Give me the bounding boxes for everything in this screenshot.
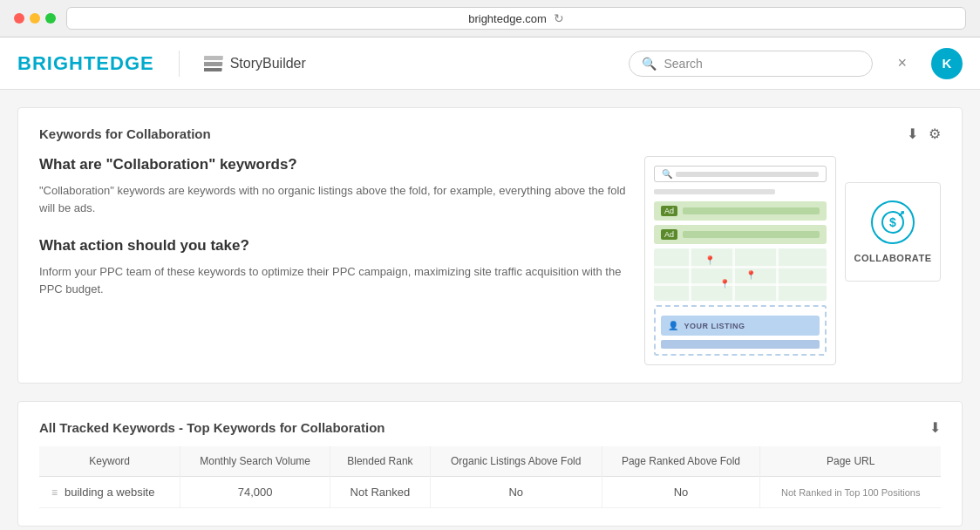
collaborate-icon: $ <box>871 200 915 244</box>
section1-text: "Collaboration" keywords are keywords wi… <box>39 182 627 216</box>
keyword-cell: ≡ building a website <box>51 486 167 499</box>
download-icon[interactable]: ⬇ <box>907 126 918 142</box>
map-pin-2: 📍 <box>745 270 756 280</box>
table-header-row: Keyword Monthly Search Volume Blended Ra… <box>39 446 941 477</box>
storybuilder-label: StoryBuilder <box>230 56 306 71</box>
listing-blue-line <box>661 340 820 349</box>
address-bar[interactable]: brightedge.com ↻ <box>66 7 966 30</box>
cell-page-url: Not Ranked in Top 100 Positions <box>760 477 941 508</box>
col-page-ranked: Page Ranked Above Fold <box>602 446 760 477</box>
explanation-layout: What are "Collaboration" keywords? "Coll… <box>39 156 941 365</box>
serp-map: 📍 📍 📍 <box>654 248 827 301</box>
section1-heading: What are "Collaboration" keywords? <box>39 156 627 173</box>
close-dot[interactable] <box>14 13 24 24</box>
cell-keyword: ≡ building a website <box>39 477 180 508</box>
cell-blended-rank: Not Ranked <box>330 477 430 508</box>
search-icon: 🔍 <box>642 57 657 71</box>
ad-line-1 <box>683 207 820 214</box>
serp-ad-1: Ad <box>654 201 827 221</box>
header-divider <box>179 51 180 77</box>
section2-heading: What action should you take? <box>39 237 627 255</box>
table-row: ≡ building a website 74,000 Not Ranked N… <box>39 477 941 508</box>
map-pin-1: 📍 <box>704 255 715 265</box>
search-bar[interactable]: 🔍 Search <box>629 51 873 77</box>
card-actions: ⬇ ⚙ <box>907 126 941 142</box>
cell-organic-listings: No <box>430 477 602 508</box>
refresh-icon[interactable]: ↻ <box>554 11 564 25</box>
browser-window-controls <box>14 13 56 24</box>
serp-mock: 🔍 Ad Ad <box>644 156 836 365</box>
col-organic-listings: Organic Listings Above Fold <box>430 446 602 477</box>
cell-page-ranked: No <box>602 477 760 508</box>
table-card: All Tracked Keywords - Top Keywords for … <box>17 401 963 527</box>
map-pin-3: 📍 <box>719 279 730 289</box>
svg-rect-0 <box>204 56 223 60</box>
collaborate-label: COLLABORATE <box>854 253 932 263</box>
cell-monthly-search: 74,000 <box>180 477 330 508</box>
url-text: brightedge.com <box>468 12 547 25</box>
your-listing-box: 👤 YOUR LISTING <box>661 316 820 336</box>
col-page-url: Page URL <box>760 446 941 477</box>
maximize-dot[interactable] <box>45 13 56 24</box>
table-card-header: All Tracked Keywords - Top Keywords for … <box>39 419 941 436</box>
svg-rect-2 <box>204 68 222 71</box>
serp-dashed-section: 👤 YOUR LISTING <box>654 305 827 356</box>
storybuilder-icon <box>204 56 223 71</box>
brand-logo: BRIGHTEDGE <box>17 52 154 75</box>
ad-label-1: Ad <box>661 206 677 216</box>
col-keyword: Keyword <box>39 446 180 477</box>
explanation-card: Keywords for Collaboration ⬇ ⚙ What are … <box>17 107 963 384</box>
svg-rect-1 <box>204 62 222 66</box>
close-button[interactable]: × <box>890 54 914 72</box>
table-card-title: All Tracked Keywords - Top Keywords for … <box>39 420 385 435</box>
keywords-table: Keyword Monthly Search Volume Blended Ra… <box>39 446 941 508</box>
search-placeholder-text: Search <box>664 57 860 71</box>
ad-line-2 <box>683 231 820 238</box>
keyword-value: building a website <box>65 486 154 499</box>
svg-text:$: $ <box>889 215 896 229</box>
keyword-list-icon: ≡ <box>51 486 58 499</box>
page-url-note: Not Ranked in Top 100 Positions <box>781 487 920 498</box>
col-monthly-search: Monthly Search Volume <box>180 446 330 477</box>
serp-illustration: 🔍 Ad Ad <box>644 156 941 365</box>
your-listing-label: YOUR LISTING <box>684 322 745 330</box>
table-download-icon[interactable]: ⬇ <box>929 419 941 436</box>
ad-label-2: Ad <box>661 229 677 240</box>
card-header: Keywords for Collaboration ⬇ ⚙ <box>39 126 941 142</box>
main-content: Keywords for Collaboration ⬇ ⚙ What are … <box>0 90 980 530</box>
avatar[interactable]: K <box>931 48 963 79</box>
collaborate-box[interactable]: $ COLLABORATE <box>845 182 941 282</box>
minimize-dot[interactable] <box>30 13 40 24</box>
storybuilder-nav[interactable]: StoryBuilder <box>204 56 306 71</box>
settings-icon[interactable]: ⚙ <box>929 126 941 142</box>
explanation-text: What are "Collaboration" keywords? "Coll… <box>39 156 627 365</box>
col-blended-rank: Blended Rank <box>330 446 430 477</box>
card-title: Keywords for Collaboration <box>39 126 211 141</box>
listing-person-icon: 👤 <box>668 321 679 330</box>
section2-text: Inform your PPC team of these keywords t… <box>39 263 627 297</box>
browser-chrome: brightedge.com ↻ <box>0 0 980 37</box>
serp-ad-2: Ad <box>654 225 827 244</box>
serp-search-icon: 🔍 <box>662 169 672 179</box>
serp-search-bar: 🔍 <box>654 166 827 182</box>
app-header: BRIGHTEDGE StoryBuilder 🔍 Search × K <box>0 37 980 90</box>
